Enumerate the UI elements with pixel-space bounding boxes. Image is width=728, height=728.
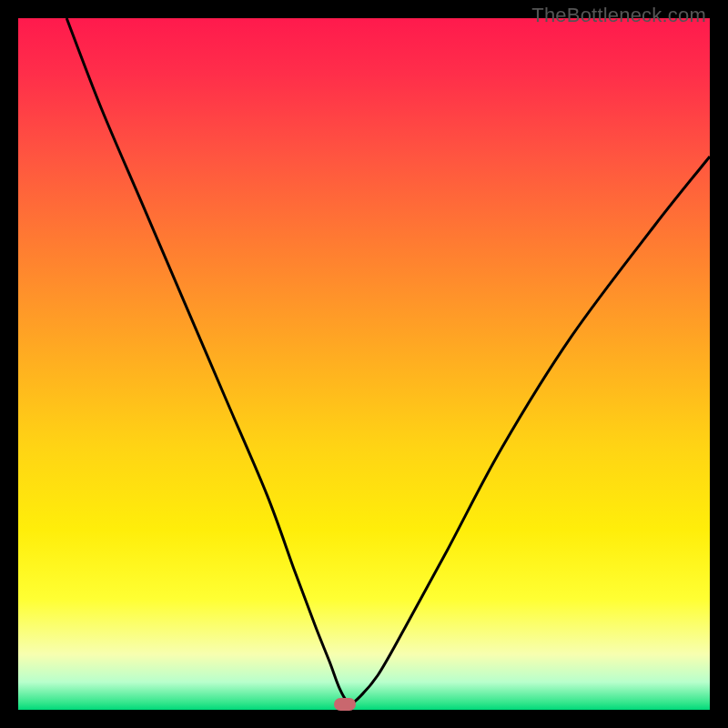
curve-svg <box>18 18 710 710</box>
plot-area <box>18 18 710 710</box>
minimum-marker <box>334 698 356 711</box>
chart-container: TheBottleneck.com <box>0 0 728 728</box>
bottleneck-curve <box>66 18 710 703</box>
watermark-text: TheBottleneck.com <box>531 4 706 27</box>
